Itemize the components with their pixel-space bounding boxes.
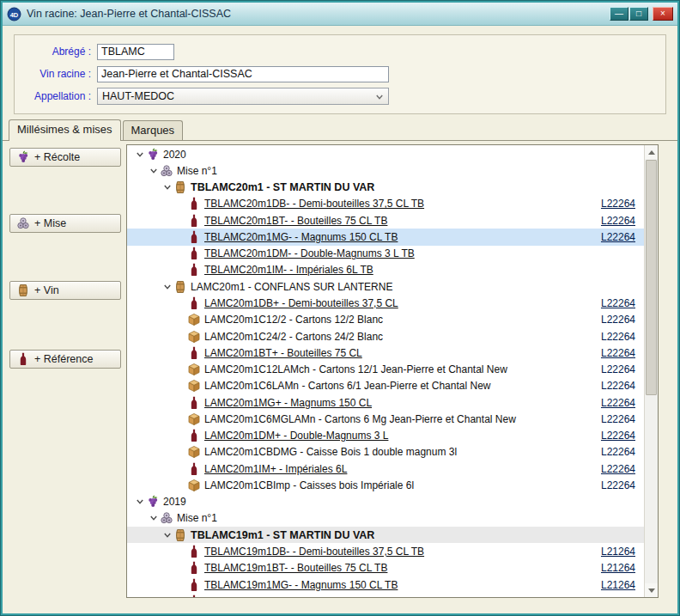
- minimize-button[interactable]: —: [610, 7, 628, 21]
- add-reference-label: + Référence: [34, 353, 93, 365]
- tree-row[interactable]: TBLAMC19m1DB- - Demi-bouteilles 37,5 CL …: [127, 543, 644, 559]
- tree-item-label[interactable]: TBLAMC20m1MG- - Magnums 150 CL TB: [204, 231, 398, 243]
- lot-number[interactable]: L21264: [601, 579, 644, 591]
- tab-millesimes-mises[interactable]: Millésimes & mises: [9, 119, 121, 141]
- carton-icon: [187, 313, 201, 326]
- carton-icon: [187, 379, 201, 393]
- tree-row[interactable]: TBLAMC20m1DB- - Demi-bouteilles 37,5 CL …: [127, 196, 644, 212]
- tree-row[interactable]: Mise n°1: [127, 162, 644, 179]
- lot-number[interactable]: L21264: [601, 595, 644, 598]
- barrel-icon: [173, 180, 187, 194]
- expander-chevron-icon[interactable]: [161, 181, 173, 193]
- lot-number[interactable]: L22264: [601, 297, 644, 309]
- tree-item-label[interactable]: TBLAMC20m1DM- - Double-Magnums 3 L TB: [204, 247, 415, 259]
- tree-row[interactable]: LAMC20m1C24/2 - Cartons 24/2 BlancL22264: [127, 328, 644, 345]
- vin-racine-input[interactable]: [97, 66, 389, 82]
- lot-number[interactable]: L22264: [601, 215, 644, 227]
- lot-number[interactable]: L22264: [601, 397, 644, 409]
- add-mise-button[interactable]: + Mise: [9, 214, 121, 233]
- carton-icon: [187, 412, 201, 426]
- tree-item-label[interactable]: TBLAMC20m1DB- - Demi-bouteilles 37,5 CL …: [204, 198, 424, 210]
- expander-chevron-icon[interactable]: [161, 529, 173, 541]
- expander-chevron-icon[interactable]: [134, 149, 146, 161]
- tree-row[interactable]: TBLAMC20m1MG- - Magnums 150 CL TBL22264: [127, 229, 644, 245]
- add-vin-button[interactable]: + Vin: [9, 281, 121, 300]
- lot-number[interactable]: L21264: [601, 546, 644, 558]
- expander-spacer: [175, 579, 187, 591]
- expander-spacer: [175, 413, 187, 425]
- expander-chevron-icon[interactable]: [134, 496, 146, 508]
- maximize-button[interactable]: □: [629, 7, 648, 21]
- scroll-thumb[interactable]: [646, 160, 657, 395]
- tree-row[interactable]: 2019: [127, 494, 644, 510]
- appellation-select[interactable]: HAUT-MEDOC: [97, 88, 389, 105]
- tab-marques[interactable]: Marques: [123, 120, 184, 140]
- scroll-down-arrow-icon[interactable]: [645, 583, 658, 597]
- lot-number[interactable]: L22264: [601, 430, 644, 442]
- tree-row[interactable]: LAMC20m1C6MGLAMn - Cartons 6 Mg Jean-Pie…: [127, 411, 644, 427]
- tree-row[interactable]: TBLAMC19m1MG- - Magnums 150 CL TBL21264: [127, 576, 644, 593]
- lot-number[interactable]: L21264: [601, 562, 644, 574]
- tree-row[interactable]: 2020: [127, 146, 644, 162]
- tree-row[interactable]: TBLAMC20m1 - ST MARTIN DU VAR: [127, 180, 644, 196]
- tree-row[interactable]: TBLAMC19m1DM- - Double-Magnums 3 L TBL21…: [127, 593, 644, 598]
- tree-row[interactable]: TBLAMC19m1 - ST MARTIN DU VAR: [127, 527, 644, 543]
- expander-spacer: [175, 397, 187, 409]
- lot-number[interactable]: L22264: [601, 347, 644, 359]
- close-button[interactable]: ×: [653, 7, 673, 21]
- tree-scrollbar[interactable]: [644, 145, 658, 597]
- tree-row[interactable]: LAMC20m1MG+ - Magnums 150 CLL22264: [127, 394, 644, 411]
- carton-icon: [187, 330, 201, 344]
- tree-row[interactable]: TBLAMC19m1BT- - Bouteilles 75 CL TBL2126…: [127, 560, 644, 576]
- tree-item-label[interactable]: TBLAMC19m1BT- - Bouteilles 75 CL TB: [204, 562, 387, 574]
- tree-item-label[interactable]: LAMC20m1DM+ - Double-Magnums 3 L: [204, 430, 388, 442]
- abrege-input[interactable]: [97, 44, 174, 60]
- lot-number[interactable]: L22264: [601, 463, 644, 475]
- bottle-icon: [187, 214, 201, 228]
- tree-row[interactable]: LAMC20m1DM+ - Double-Magnums 3 LL22264: [127, 428, 644, 444]
- tree-item-label[interactable]: TBLAMC20m1IM- - Impériales 6L TB: [204, 264, 373, 276]
- tree-item-label[interactable]: TBLAMC19m1DM- - Double-Magnums 3 L TB: [204, 595, 415, 598]
- tree-row[interactable]: LAMC20m1IM+ - Impériales 6LL22264: [127, 460, 644, 477]
- scroll-up-arrow-icon[interactable]: [645, 145, 658, 159]
- tree-row[interactable]: LAMC20m1DB+ - Demi-bouteilles 37,5 CLL22…: [127, 295, 644, 311]
- add-recolte-button[interactable]: + Récolte: [9, 148, 121, 167]
- tree-row[interactable]: LAMC20m1CBImp - Caisses bois Impériale 6…: [127, 477, 644, 493]
- tree-item-label: LAMC20m1C24/2 - Cartons 24/2 Blanc: [204, 331, 383, 343]
- bottle-icon: [187, 263, 201, 277]
- tree-row[interactable]: TBLAMC20m1IM- - Impériales 6L TB: [127, 262, 644, 278]
- tree-row[interactable]: LAMC20m1C12/2 - Cartons 12/2 BlancL22264: [127, 312, 644, 328]
- tree-item-label[interactable]: TBLAMC20m1BT- - Bouteilles 75 CL TB: [204, 215, 387, 227]
- mise-icon: [160, 511, 173, 525]
- tree-row[interactable]: TBLAMC20m1DM- - Double-Magnums 3 L TB: [127, 246, 644, 262]
- tree-row[interactable]: TBLAMC20m1BT- - Bouteilles 75 CL TBL2226…: [127, 212, 644, 229]
- tabbar: Millésimes & mises Marques: [3, 120, 677, 141]
- tree-row[interactable]: LAMC20m1BT+ - Bouteilles 75 CLL22264: [127, 345, 644, 361]
- add-reference-button[interactable]: + Référence: [9, 350, 121, 369]
- tree-row[interactable]: LAMC20m1 - CONFLANS SUR LANTERNE: [127, 278, 644, 295]
- tree-rows: 2020Mise n°1TBLAMC20m1 - ST MARTIN DU VA…: [127, 146, 644, 597]
- lot-number: L22264: [601, 380, 644, 392]
- expander-chevron-icon[interactable]: [148, 512, 160, 524]
- tree-item-label[interactable]: LAMC20m1DB+ - Demi-bouteilles 37,5 CL: [204, 297, 398, 309]
- tree-item-label: LAMC20m1C6MGLAMn - Cartons 6 Mg Jean-Pie…: [204, 413, 516, 425]
- expander-chevron-icon[interactable]: [148, 165, 160, 177]
- tree-item-label[interactable]: LAMC20m1BT+ - Bouteilles 75 CL: [204, 347, 362, 359]
- tree-item-label[interactable]: LAMC20m1MG+ - Magnums 150 CL: [204, 397, 372, 409]
- tree-item-label[interactable]: TBLAMC19m1MG- - Magnums 150 CL TB: [204, 579, 398, 591]
- appellation-row: Appellation : HAUT-MEDOC: [15, 85, 665, 107]
- tree-item-label[interactable]: LAMC20m1IM+ - Impériales 6L: [204, 463, 347, 475]
- tree-item-label[interactable]: TBLAMC19m1DB- - Demi-bouteilles 37,5 CL …: [204, 546, 424, 558]
- lot-number[interactable]: L22264: [601, 231, 644, 243]
- expander-spacer: [175, 297, 187, 309]
- appellation-label: Appellation :: [15, 90, 97, 102]
- tree-row[interactable]: Mise n°1: [127, 510, 644, 527]
- tree-row[interactable]: LAMC20m1C6LAMn - Cartons 6/1 Jean-Pierre…: [127, 378, 644, 394]
- tree-row[interactable]: LAMC20m1CBDMG - Caisse Bois 1 double mag…: [127, 444, 644, 460]
- mise-icon: [16, 217, 30, 230]
- lot-number[interactable]: L22264: [601, 198, 644, 210]
- expander-spacer: [175, 198, 187, 210]
- expander-chevron-icon[interactable]: [161, 281, 173, 293]
- tree-row[interactable]: LAMC20m1C12LAMch - Cartons 12/1 Jean-Pie…: [127, 361, 644, 377]
- lot-number: L22264: [601, 314, 644, 326]
